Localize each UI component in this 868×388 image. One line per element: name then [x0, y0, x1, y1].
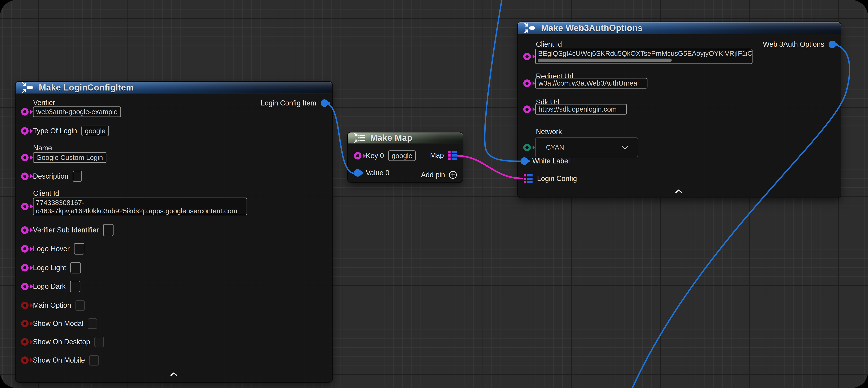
pin-row-show-on-desktop: Show On Desktop — [21, 336, 104, 348]
node-title: Make Web3AuthOptions — [541, 23, 643, 33]
pin-label: Type Of Login — [33, 127, 77, 135]
client-id-input[interactable]: 774338308167- q463s7kpvja16l4l0kko3nb925… — [33, 198, 247, 215]
node-make-map[interactable]: Make Map Key 0 google Map Value 0 Add pi… — [348, 132, 463, 182]
pin-row-web3auth-options-output: Web 3Auth Options — [763, 39, 836, 50]
type-of-login-input[interactable]: google — [82, 126, 109, 136]
pin-label-verifier: Verifier — [33, 98, 55, 107]
collapse-node-chevron-up-icon[interactable] — [170, 372, 178, 377]
client-id-line2: q463s7kpvja16l4l0kko3nb925ikds2p.apps.go… — [36, 207, 244, 215]
pin-label-network: Network — [536, 127, 562, 136]
pin-row-type-of-login: Type Of Login google — [21, 125, 109, 137]
network-pin[interactable] — [523, 144, 531, 151]
pin-label: Description — [33, 172, 68, 180]
node-title: Make Map — [370, 133, 412, 143]
pin-row-logo-dark: Logo Dark — [21, 281, 81, 292]
main-option-checkbox[interactable] — [75, 300, 85, 311]
network-dropdown[interactable]: CYAN — [535, 138, 638, 157]
key-0-input[interactable]: google — [388, 150, 416, 161]
logo-dark-input[interactable] — [70, 281, 81, 292]
show-on-modal-checkbox[interactable] — [88, 319, 97, 329]
pin-row-white-label: White Label — [521, 155, 570, 167]
show-on-desktop-checkbox[interactable] — [94, 337, 104, 347]
client-id-input[interactable]: BEglQSgt4cUWcj6SKRdu5QkOXTsePmMcusG5EAoy… — [535, 49, 752, 64]
node-make-loginconfigitem[interactable]: Make LoginConfigItem Login Config Item V… — [16, 82, 332, 382]
pin-label: White Label — [532, 157, 570, 165]
show-on-mobile-pin[interactable] — [21, 356, 29, 364]
verifier-input[interactable]: web3auth-google-example — [33, 107, 121, 117]
show-on-modal-pin[interactable] — [21, 320, 29, 327]
wire-map-to-login-config[interactable] — [457, 156, 523, 178]
pin-row-value-0: Value 0 — [354, 168, 389, 178]
node-make-web3authoptions[interactable]: Make Web3AuthOptions Web 3Auth Options C… — [518, 22, 841, 198]
add-pin-button[interactable]: Add pin — [421, 169, 457, 180]
white-label-pin[interactable] — [521, 157, 528, 165]
sdk-url-pin[interactable] — [523, 106, 531, 113]
pin-label-name: Name — [33, 144, 52, 152]
pin-row-main-option: Main Option — [21, 300, 85, 311]
main-option-pin[interactable] — [21, 302, 29, 309]
redirect-url-pin[interactable] — [523, 80, 531, 87]
pin-label: Show On Modal — [33, 319, 83, 328]
pin-row-redirect-url: w3a://com.w3a.Web3AuthUnreal — [523, 78, 647, 89]
logo-hover-pin[interactable] — [21, 245, 29, 252]
show-on-desktop-pin[interactable] — [21, 338, 29, 346]
node-header: Make Web3AuthOptions — [518, 22, 841, 34]
client-id-horizontal-scrollbar[interactable] — [538, 59, 672, 62]
login-config-map-pin[interactable] — [524, 174, 533, 183]
dropdown-chevron-down-icon — [621, 145, 629, 150]
pin-row-map-output: Map — [430, 150, 457, 161]
blueprint-graph-canvas[interactable]: Make LoginConfigItem Login Config Item V… — [0, 0, 868, 388]
redirect-url-input[interactable]: w3a://com.w3a.Web3AuthUnreal — [535, 78, 647, 89]
pin-row-sdk-url: https://sdk.openlogin.com — [523, 104, 627, 115]
client-id-pin[interactable] — [21, 203, 29, 210]
pin-label: Web 3Auth Options — [763, 40, 824, 49]
value-0-pin[interactable] — [354, 169, 362, 177]
show-on-mobile-checkbox[interactable] — [89, 355, 99, 365]
pin-label: Login Config Item — [261, 99, 316, 107]
add-pin-label: Add pin — [421, 171, 445, 179]
pin-label-client-id: Client Id — [33, 189, 59, 198]
description-pin[interactable] — [21, 173, 29, 180]
pin-row-show-on-modal: Show On Modal — [21, 318, 97, 329]
pin-label: Value 0 — [366, 169, 389, 177]
description-input[interactable] — [73, 171, 82, 182]
verifier-sub-identifier-input[interactable] — [103, 224, 114, 236]
pin-row-description: Description — [21, 171, 82, 182]
logo-light-pin[interactable] — [21, 264, 29, 271]
pin-label: Main Option — [33, 301, 71, 309]
web3auth-options-output-pin[interactable] — [829, 40, 836, 48]
client-id-line1: 774338308167- — [36, 199, 244, 207]
sdk-url-input[interactable]: https://sdk.openlogin.com — [535, 104, 627, 115]
node-header: Make Map — [348, 132, 463, 144]
pin-row-login-config: Login Config — [524, 173, 577, 184]
type-of-login-pin[interactable] — [21, 127, 29, 135]
client-id-text: BEglQSgt4cUWcj6SKRdu5QkOXTsePmMcusG5EAoy… — [538, 49, 749, 58]
name-pin[interactable] — [21, 154, 29, 161]
client-id-pin[interactable] — [523, 53, 531, 60]
make-map-icon — [353, 132, 366, 143]
pin-label: Key 0 — [366, 152, 384, 160]
name-input[interactable]: Google Custom Login — [33, 152, 106, 163]
collapse-node-chevron-up-icon[interactable] — [675, 189, 683, 193]
wire-offscreen-to-white-label[interactable] — [485, 0, 522, 161]
pin-label: Verifier Sub Identifier — [33, 226, 99, 234]
pin-label: Map — [430, 151, 444, 159]
pin-row-verifier: web3auth-google-example — [21, 106, 121, 117]
login-config-item-output-pin[interactable] — [321, 99, 328, 107]
key-0-pin[interactable] — [354, 152, 362, 159]
node-title: Make LoginConfigItem — [39, 83, 134, 92]
verifier-pin[interactable] — [21, 108, 29, 116]
pin-row-logo-hover: Logo Hover — [21, 243, 84, 254]
logo-hover-input[interactable] — [74, 243, 84, 255]
pin-row-logo-light: Logo Light — [21, 262, 81, 273]
map-output-pin[interactable] — [448, 151, 457, 160]
pin-row-name: Google Custom Login — [21, 152, 106, 163]
pin-row-show-on-mobile: Show On Mobile — [21, 355, 99, 366]
verifier-sub-identifier-pin[interactable] — [21, 226, 29, 234]
pin-row-key-0: Key 0 google — [354, 150, 416, 161]
network-selected-value: CYAN — [546, 144, 564, 151]
logo-light-input[interactable] — [70, 262, 81, 273]
pin-label-client-id: Client Id — [536, 40, 562, 49]
logo-dark-pin[interactable] — [21, 283, 29, 290]
pin-label: Show On Desktop — [33, 338, 90, 346]
